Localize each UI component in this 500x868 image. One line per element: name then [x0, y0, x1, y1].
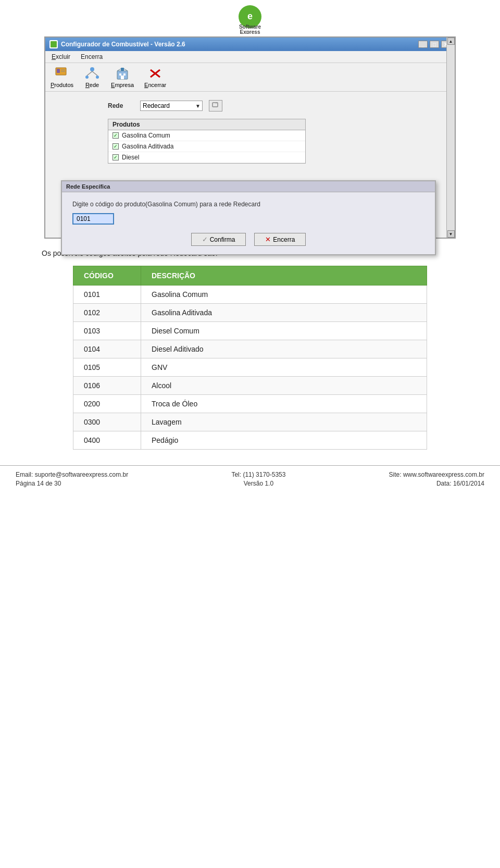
confirm-icon: ✓ [202, 235, 208, 243]
footer-page: Página 14 de 30 [16, 480, 128, 487]
svg-point-10 [85, 76, 89, 79]
produto-label-diesel: Diesel [122, 154, 139, 161]
svg-line-16 [117, 69, 121, 71]
company-icon [114, 66, 131, 81]
dialog-confirm-button[interactable]: ✓ Confirma [191, 233, 246, 246]
footer-version: Versão 1.0 [231, 480, 285, 487]
encerrar-icon [147, 66, 164, 81]
table-cell-codigo: 0300 [73, 413, 141, 431]
table-cell-codigo: 0103 [73, 322, 141, 340]
application-window: Configurador de Combustível - Versão 2.6… [44, 36, 456, 239]
search-icon [212, 102, 219, 109]
toolbar-produtos-label: Produtos [51, 82, 73, 88]
table-row: 0200Troca de Óleo [73, 395, 427, 413]
scroll-up-button[interactable]: ▲ [447, 38, 455, 45]
svg-rect-6 [57, 69, 60, 73]
svg-point-9 [90, 67, 94, 71]
scrollbar[interactable]: ▲ ▼ [446, 38, 455, 238]
software-express-logo-icon: e Software Express [232, 5, 268, 34]
produto-item-gasolina-comum: ✓ Gasolina Comum [108, 130, 305, 141]
table-cell-codigo: 0101 [73, 286, 141, 304]
toolbar-rede-label: Rede [85, 82, 99, 88]
produto-item-diesel: ✓ Diesel [108, 152, 305, 163]
svg-line-12 [87, 71, 92, 76]
rede-label: Rede [108, 102, 134, 109]
toolbar-produtos[interactable]: Produtos [51, 66, 73, 88]
footer-left: Email: suporte@softwareexpress.com.br Pá… [16, 471, 128, 487]
dialog-prompt: Digite o código do produto(Gasolina Comu… [72, 201, 424, 208]
dialog-code-input[interactable] [72, 213, 114, 225]
footer-right: Site: www.softwareexpress.com.br Data: 1… [389, 471, 484, 487]
checkbox-diesel[interactable]: ✓ [113, 154, 119, 160]
toolbar-encerrar[interactable]: Encerrar [144, 66, 166, 88]
rede-especifica-dialog: Rede Específica Digite o código do produ… [61, 180, 436, 255]
dialog-cancel-label: Encerra [273, 236, 295, 243]
svg-rect-4 [51, 41, 57, 47]
footer-email: Email: suporte@softwareexpress.com.br [16, 471, 128, 478]
table-row: 0106Alcool [73, 377, 427, 395]
footer-date: Data: 16/01/2014 [389, 480, 484, 487]
table-cell-descricao: Troca de Óleo [141, 395, 427, 413]
table-cell-codigo: 0400 [73, 431, 141, 450]
rede-select-wrapper: Redecard ▼ [140, 101, 203, 111]
dialog-titlebar: Rede Específica [62, 181, 435, 192]
produto-label-gasolina-comum: Gasolina Comum [122, 132, 170, 139]
scroll-down-button[interactable]: ▼ [447, 230, 455, 238]
table-header-codigo: CÓDIGO [73, 266, 141, 286]
table-row: 0101Gasolina Comum [73, 286, 427, 304]
toolbar: Produtos Rede [45, 63, 455, 92]
table-row: 0400Pedágio [73, 431, 427, 450]
cancel-icon: ✕ [265, 235, 271, 243]
minimize-button[interactable]: _ [418, 41, 428, 48]
checkbox-gasolina-comum[interactable]: ✓ [113, 132, 119, 139]
svg-text:Express: Express [240, 29, 260, 34]
rede-search-button[interactable] [209, 100, 222, 111]
table-cell-codigo: 0104 [73, 340, 141, 358]
table-row: 0104Diesel Aditivado [73, 340, 427, 358]
dialog-cancel-button[interactable]: ✕ Encerra [254, 233, 306, 246]
scroll-track [447, 45, 455, 230]
table-cell-codigo: 0102 [73, 304, 141, 322]
dialog-confirm-label: Confirma [210, 236, 235, 243]
table-cell-descricao: Gasolina Aditivada [141, 304, 427, 322]
svg-rect-15 [121, 68, 124, 71]
table-cell-descricao: Pedágio [141, 431, 427, 450]
table-row: 0102Gasolina Aditivada [73, 304, 427, 322]
menu-excluir[interactable]: Excluir [49, 52, 72, 61]
svg-line-17 [124, 69, 128, 71]
table-row: 0103Diesel Comum [73, 322, 427, 340]
menubar: Excluir Encerra [45, 51, 455, 63]
svg-rect-20 [121, 76, 124, 79]
svg-text:e: e [247, 11, 253, 21]
dialog-content: Digite o código do produto(Gasolina Comu… [62, 192, 435, 254]
window-title: Configurador de Combustível - Versão 2.6 [61, 41, 185, 48]
table-cell-descricao: GNV [141, 358, 427, 377]
toolbar-empresa-label: Empresa [111, 82, 134, 88]
dialog-buttons: ✓ Confirma ✕ Encerra [72, 233, 424, 246]
toolbar-empresa[interactable]: Empresa [111, 66, 134, 88]
produtos-box: Produtos ✓ Gasolina Comum ✓ Gasolina Adi… [108, 119, 306, 164]
toolbar-rede[interactable]: Rede [84, 66, 101, 88]
table-cell-descricao: Gasolina Comum [141, 286, 427, 304]
codes-table: CÓDIGO DESCRIÇÃO 0101Gasolina Comum0102G… [73, 266, 427, 450]
toolbar-encerrar-label: Encerrar [144, 82, 166, 88]
table-header-descricao: DESCRIÇÃO [141, 266, 427, 286]
checkbox-gasolina-aditivada[interactable]: ✓ [113, 143, 119, 150]
svg-point-11 [96, 76, 99, 79]
window-controls: _ □ ✕ [418, 41, 451, 48]
header-logo-container: e Software Express [0, 0, 500, 36]
window-titlebar: Configurador de Combustível - Versão 2.6… [45, 38, 455, 51]
rede-select[interactable]: Redecard [140, 101, 203, 111]
footer-center: Tel: (11) 3170-5353 Versão 1.0 [231, 471, 285, 487]
menu-encerra[interactable]: Encerra [79, 52, 105, 61]
window-title-icon [49, 40, 58, 48]
products-icon [54, 66, 70, 81]
table-cell-descricao: Diesel Aditivado [141, 340, 427, 358]
maximize-button[interactable]: □ [430, 41, 439, 48]
table-cell-codigo: 0105 [73, 358, 141, 377]
table-row: 0300Lavagem [73, 413, 427, 431]
produto-label-gasolina-aditivada: Gasolina Aditivada [122, 143, 173, 150]
main-content: Rede Redecard ▼ Produtos [45, 92, 455, 238]
footer-site: Site: www.softwareexpress.com.br [389, 471, 484, 478]
svg-rect-23 [213, 103, 218, 107]
